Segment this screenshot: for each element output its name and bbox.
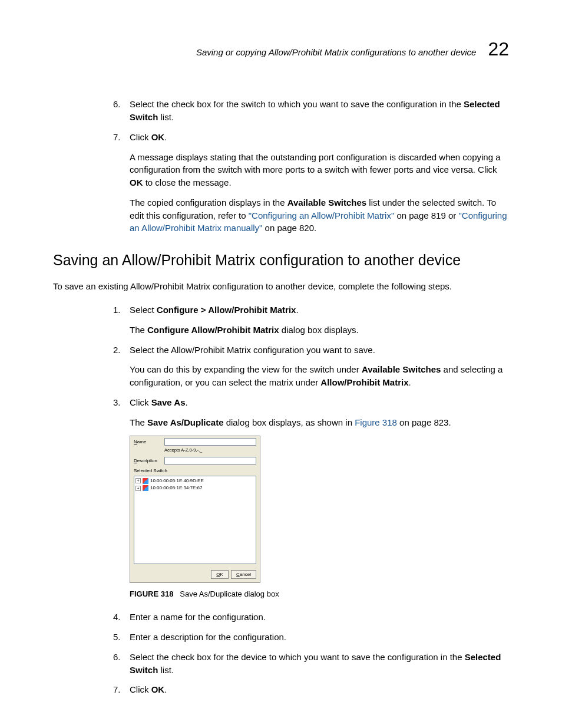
figure-label: FIGURE 318 (130, 589, 173, 598)
step-text: Select the Allow/Prohibit Matrix configu… (130, 345, 375, 355)
step-text: list. (158, 665, 174, 675)
step-text: . (409, 377, 411, 387)
step-text: The (130, 417, 147, 427)
figure-caption: FIGURE 318 Save As/Duplicate dialog box (130, 589, 509, 600)
tree-expand-icon[interactable]: + (135, 478, 141, 483)
switch-icon (143, 478, 148, 484)
bold-available-switches: Available Switches (362, 364, 441, 374)
bold-ok: OK (151, 132, 165, 142)
switch-icon (143, 485, 148, 491)
step-text: Click (130, 397, 151, 407)
name-hint: Accepts A-Z,0-9,-,_ (161, 447, 260, 455)
bold-available-switches: Available Switches (287, 197, 367, 207)
save-as-dialog: Name Accepts A-Z,0-9,-,_ Description Sel… (130, 436, 260, 583)
selected-switch-list[interactable]: + 10:00:00:05:1E:40:9D:EE + 10:00:00:05:… (134, 476, 256, 564)
ok-button[interactable]: OK (211, 570, 229, 579)
switch-wwn: 10:00:00:05:1E:34:7E:67 (150, 485, 203, 492)
step-text: Select the check box for the switch to w… (130, 99, 464, 109)
top-steps-list: 6. Select the check box for the switch t… (130, 98, 509, 235)
step-text: . (186, 397, 188, 407)
step-text: Select the check box for the device to w… (130, 652, 465, 662)
step-text: . (164, 132, 167, 142)
step-number: 6. (113, 98, 121, 111)
tree-item[interactable]: + 10:00:00:05:1E:34:7E:67 (135, 485, 254, 492)
bold-save-as: Save As (151, 397, 186, 407)
step-text: The (130, 325, 147, 335)
step-text: . (164, 684, 167, 694)
step-number: 4. (113, 611, 121, 624)
step-text: Enter a description for the configuratio… (130, 632, 286, 642)
step-2: 2. Select the Allow/Prohibit Matrix conf… (130, 344, 509, 389)
step-text: dialog box displays, as shown in (224, 417, 355, 427)
step-text: Enter a name for the configuration. (130, 612, 266, 622)
section-steps-list: 1. Select Configure > Allow/Prohibit Mat… (130, 304, 509, 696)
bold-dialog-name: Configure Allow/Prohibit Matrix (147, 325, 279, 335)
step-text: Click (130, 132, 151, 142)
description-input[interactable] (164, 457, 256, 465)
step-text: You can do this by expanding the view fo… (130, 364, 362, 374)
step-text: Select (130, 305, 157, 315)
step-text: Click (130, 684, 151, 694)
link-figure-318[interactable]: Figure 318 (355, 417, 397, 427)
chapter-number: 22 (488, 35, 509, 62)
header-title: Saving or copying Allow/Prohibit Matrix … (196, 46, 477, 59)
name-input[interactable] (164, 438, 256, 446)
section-heading: Saving an Allow/Prohibit Matrix configur… (53, 251, 509, 269)
selected-switch-label: Selected Switch (130, 466, 260, 476)
step-3: 3. Click Save As. The Save As/Duplicate … (130, 396, 509, 600)
link-configuring-matrix[interactable]: "Configuring an Allow/Prohibit Matrix" (249, 210, 394, 220)
step-number: 2. (113, 344, 121, 357)
step-number: 7. (113, 131, 121, 144)
step-text: The copied configuration displays in the (130, 197, 287, 207)
step-1: 1. Select Configure > Allow/Prohibit Mat… (130, 304, 509, 337)
bold-allow-prohibit-matrix: Allow/Prohibit Matrix (320, 377, 408, 387)
bold-ok: OK (130, 177, 143, 187)
step-text: on page 819 or (394, 210, 458, 220)
step-number: 3. (113, 396, 121, 409)
cancel-button[interactable]: Cancel (231, 570, 256, 579)
step-text: on page 823. (397, 417, 451, 427)
step-text: . (296, 305, 298, 315)
tree-item[interactable]: + 10:00:00:05:1E:40:9D:EE (135, 477, 254, 485)
step-text: list. (158, 112, 174, 122)
step-text: on page 820. (262, 223, 316, 233)
name-label: Name (134, 439, 161, 446)
step-7b: 7. Click OK. (130, 683, 509, 696)
step-4: 4. Enter a name for the configuration. (130, 611, 509, 624)
step-number: 1. (113, 304, 121, 317)
bold-menu-path: Configure > Allow/Prohibit Matrix (157, 305, 296, 315)
bold-save-as-duplicate: Save As/Duplicate (147, 417, 224, 427)
step-text: to close the message. (143, 177, 232, 187)
figure-text: Save As/Duplicate dialog box (180, 589, 279, 598)
step-number: 5. (113, 631, 121, 644)
switch-wwn: 10:00:00:05:1E:40:9D:EE (150, 477, 204, 485)
step-number: 7. (113, 683, 121, 696)
section-intro: To save an existing Allow/Prohibit Matri… (53, 280, 509, 293)
page-header: Saving or copying Allow/Prohibit Matrix … (53, 35, 509, 62)
step-6b: 6. Select the check box for the device t… (130, 651, 509, 677)
step-5: 5. Enter a description for the configura… (130, 631, 509, 644)
step-text: dialog box displays. (279, 325, 359, 335)
step-text: A message displays stating that the outs… (130, 152, 501, 175)
step-number: 6. (113, 651, 121, 664)
bold-ok: OK (151, 684, 165, 694)
description-label: Description (134, 457, 161, 465)
step-7: 7. Click OK. A message displays stating … (130, 131, 509, 235)
step-6: 6. Select the check box for the switch t… (130, 98, 509, 124)
tree-expand-icon[interactable]: + (135, 486, 141, 491)
